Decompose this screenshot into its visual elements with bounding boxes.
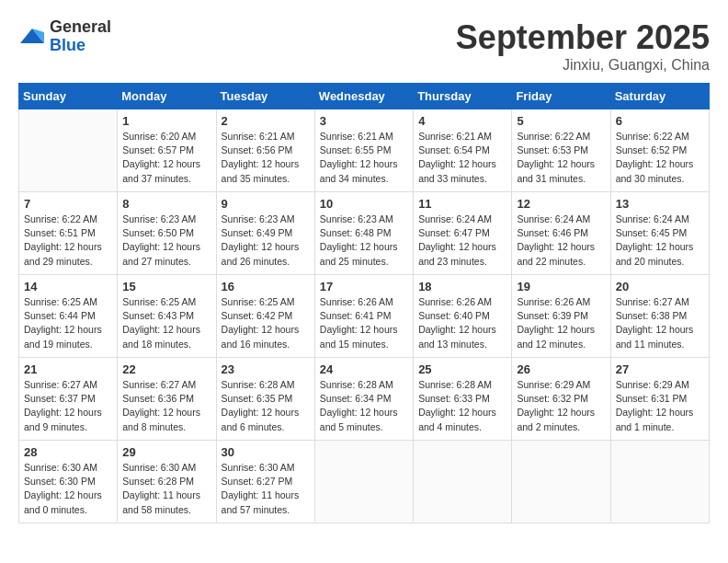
calendar-day-cell: 12Sunrise: 6:24 AM Sunset: 6:46 PM Dayli…	[512, 192, 610, 275]
day-info: Sunrise: 6:21 AM Sunset: 6:56 PM Dayligh…	[222, 130, 310, 186]
day-info: Sunrise: 6:25 AM Sunset: 6:43 PM Dayligh…	[122, 295, 210, 351]
day-number: 2	[222, 114, 310, 128]
day-number: 1	[122, 114, 210, 128]
calendar-day-cell: 23Sunrise: 6:28 AM Sunset: 6:35 PM Dayli…	[216, 358, 314, 441]
calendar-day-cell: 7Sunrise: 6:22 AM Sunset: 6:51 PM Daylig…	[19, 192, 118, 275]
day-number: 11	[418, 197, 506, 211]
day-number: 29	[122, 445, 210, 459]
day-number: 10	[320, 197, 408, 211]
day-info: Sunrise: 6:22 AM Sunset: 6:52 PM Dayligh…	[616, 130, 704, 186]
day-info: Sunrise: 6:29 AM Sunset: 6:32 PM Dayligh…	[517, 378, 605, 434]
day-number: 20	[616, 280, 704, 293]
calendar-day-cell: 13Sunrise: 6:24 AM Sunset: 6:45 PM Dayli…	[610, 192, 709, 275]
day-of-week-header: Friday	[512, 84, 610, 109]
day-number: 27	[616, 362, 704, 376]
day-of-week-header: Wednesday	[314, 84, 413, 109]
calendar-day-cell: 2Sunrise: 6:21 AM Sunset: 6:56 PM Daylig…	[216, 109, 314, 192]
calendar-day-cell: 5Sunrise: 6:22 AM Sunset: 6:53 PM Daylig…	[512, 109, 610, 192]
day-info: Sunrise: 6:26 AM Sunset: 6:41 PM Dayligh…	[320, 295, 408, 351]
day-info: Sunrise: 6:24 AM Sunset: 6:47 PM Dayligh…	[418, 213, 506, 269]
title-block: September 2025 Jinxiu, Guangxi, China	[456, 18, 710, 74]
calendar-day-cell: 29Sunrise: 6:30 AM Sunset: 6:28 PM Dayli…	[118, 441, 216, 523]
day-info: Sunrise: 6:28 AM Sunset: 6:33 PM Dayligh…	[418, 378, 506, 434]
day-of-week-header: Thursday	[414, 84, 512, 109]
day-number: 24	[320, 362, 408, 376]
calendar-week-row: 14Sunrise: 6:25 AM Sunset: 6:44 PM Dayli…	[19, 275, 710, 358]
day-info: Sunrise: 6:21 AM Sunset: 6:55 PM Dayligh…	[320, 130, 408, 186]
day-info: Sunrise: 6:23 AM Sunset: 6:48 PM Dayligh…	[320, 213, 408, 269]
calendar-day-cell: 3Sunrise: 6:21 AM Sunset: 6:55 PM Daylig…	[314, 109, 413, 192]
calendar-week-row: 21Sunrise: 6:27 AM Sunset: 6:37 PM Dayli…	[19, 358, 710, 441]
calendar-header-row: SundayMondayTuesdayWednesdayThursdayFrid…	[19, 84, 710, 109]
day-of-week-header: Monday	[118, 84, 216, 109]
day-number: 6	[616, 114, 704, 128]
day-info: Sunrise: 6:26 AM Sunset: 6:39 PM Dayligh…	[517, 295, 605, 351]
day-number: 5	[517, 114, 605, 128]
day-info: Sunrise: 6:27 AM Sunset: 6:37 PM Dayligh…	[24, 378, 112, 434]
day-info: Sunrise: 6:26 AM Sunset: 6:40 PM Dayligh…	[418, 295, 506, 351]
location: Jinxiu, Guangxi, China	[456, 57, 710, 74]
day-number: 16	[222, 280, 310, 293]
calendar-week-row: 28Sunrise: 6:30 AM Sunset: 6:30 PM Dayli…	[19, 441, 710, 523]
day-info: Sunrise: 6:25 AM Sunset: 6:42 PM Dayligh…	[222, 295, 310, 351]
day-number: 17	[320, 280, 408, 293]
day-info: Sunrise: 6:30 AM Sunset: 6:28 PM Dayligh…	[122, 461, 210, 517]
day-number: 18	[418, 280, 506, 293]
calendar-day-cell: 16Sunrise: 6:25 AM Sunset: 6:42 PM Dayli…	[216, 275, 314, 358]
calendar-day-cell: 25Sunrise: 6:28 AM Sunset: 6:33 PM Dayli…	[414, 358, 512, 441]
day-info: Sunrise: 6:30 AM Sunset: 6:30 PM Dayligh…	[24, 461, 112, 517]
day-info: Sunrise: 6:27 AM Sunset: 6:38 PM Dayligh…	[616, 295, 704, 351]
calendar-day-cell: 18Sunrise: 6:26 AM Sunset: 6:40 PM Dayli…	[414, 275, 512, 358]
calendar-day-cell: 26Sunrise: 6:29 AM Sunset: 6:32 PM Dayli…	[512, 358, 610, 441]
calendar-day-cell: 15Sunrise: 6:25 AM Sunset: 6:43 PM Dayli…	[118, 275, 216, 358]
calendar-day-cell	[610, 441, 709, 523]
calendar-day-cell: 6Sunrise: 6:22 AM Sunset: 6:52 PM Daylig…	[610, 109, 709, 192]
day-info: Sunrise: 6:24 AM Sunset: 6:45 PM Dayligh…	[616, 213, 704, 269]
logo: General Blue	[18, 18, 111, 55]
calendar-day-cell: 22Sunrise: 6:27 AM Sunset: 6:36 PM Dayli…	[118, 358, 216, 441]
logo-icon	[18, 23, 46, 51]
calendar-day-cell: 17Sunrise: 6:26 AM Sunset: 6:41 PM Dayli…	[314, 275, 413, 358]
day-of-week-header: Sunday	[19, 84, 118, 109]
calendar-week-row: 7Sunrise: 6:22 AM Sunset: 6:51 PM Daylig…	[19, 192, 710, 275]
calendar-day-cell	[414, 441, 512, 523]
day-number: 22	[122, 362, 210, 376]
day-number: 28	[24, 445, 112, 459]
day-number: 23	[222, 362, 310, 376]
day-number: 8	[122, 197, 210, 211]
logo-blue-text: Blue	[50, 36, 85, 54]
day-info: Sunrise: 6:22 AM Sunset: 6:53 PM Dayligh…	[517, 130, 605, 186]
logo-general-text: General	[50, 17, 111, 36]
calendar-day-cell: 21Sunrise: 6:27 AM Sunset: 6:37 PM Dayli…	[19, 358, 118, 441]
day-number: 15	[122, 280, 210, 293]
day-info: Sunrise: 6:23 AM Sunset: 6:49 PM Dayligh…	[222, 213, 310, 269]
calendar-table: SundayMondayTuesdayWednesdayThursdayFrid…	[18, 83, 710, 523]
day-number: 9	[222, 197, 310, 211]
day-number: 21	[24, 362, 112, 376]
day-number: 13	[616, 197, 704, 211]
day-info: Sunrise: 6:24 AM Sunset: 6:46 PM Dayligh…	[517, 213, 605, 269]
calendar-day-cell: 11Sunrise: 6:24 AM Sunset: 6:47 PM Dayli…	[414, 192, 512, 275]
calendar-day-cell: 14Sunrise: 6:25 AM Sunset: 6:44 PM Dayli…	[19, 275, 118, 358]
day-number: 30	[222, 445, 310, 459]
day-of-week-header: Tuesday	[216, 84, 314, 109]
day-number: 19	[517, 280, 605, 293]
day-info: Sunrise: 6:29 AM Sunset: 6:31 PM Dayligh…	[616, 378, 704, 434]
day-info: Sunrise: 6:25 AM Sunset: 6:44 PM Dayligh…	[24, 295, 112, 351]
day-info: Sunrise: 6:27 AM Sunset: 6:36 PM Dayligh…	[122, 378, 210, 434]
day-number: 7	[24, 197, 112, 211]
calendar-day-cell: 1Sunrise: 6:20 AM Sunset: 6:57 PM Daylig…	[118, 109, 216, 192]
calendar-day-cell	[512, 441, 610, 523]
day-number: 3	[320, 114, 408, 128]
day-info: Sunrise: 6:28 AM Sunset: 6:35 PM Dayligh…	[222, 378, 310, 434]
day-info: Sunrise: 6:22 AM Sunset: 6:51 PM Dayligh…	[24, 213, 112, 269]
day-of-week-header: Saturday	[610, 84, 709, 109]
day-number: 4	[418, 114, 506, 128]
calendar-day-cell: 9Sunrise: 6:23 AM Sunset: 6:49 PM Daylig…	[216, 192, 314, 275]
calendar-day-cell: 20Sunrise: 6:27 AM Sunset: 6:38 PM Dayli…	[610, 275, 709, 358]
day-info: Sunrise: 6:21 AM Sunset: 6:54 PM Dayligh…	[418, 130, 506, 186]
day-number: 12	[517, 197, 605, 211]
calendar-day-cell: 28Sunrise: 6:30 AM Sunset: 6:30 PM Dayli…	[19, 441, 118, 523]
calendar-day-cell: 8Sunrise: 6:23 AM Sunset: 6:50 PM Daylig…	[118, 192, 216, 275]
day-number: 26	[517, 362, 605, 376]
